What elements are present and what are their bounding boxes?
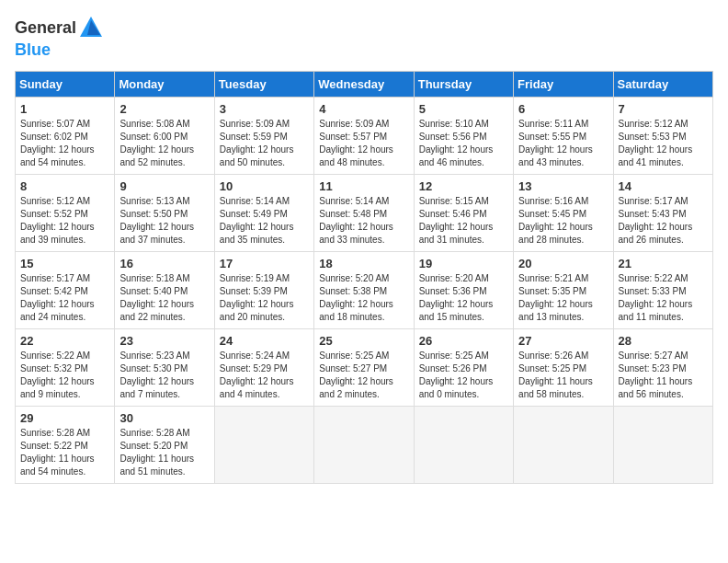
day-number: 29 (20, 411, 109, 425)
day-info: Sunrise: 5:12 AMSunset: 5:53 PMDaylight:… (619, 118, 708, 169)
weekday-header-monday: Monday (115, 72, 214, 98)
day-info: Sunrise: 5:07 AMSunset: 6:02 PMDaylight:… (20, 118, 109, 169)
day-number: 21 (619, 257, 708, 270)
day-number: 17 (220, 257, 309, 270)
day-number: 11 (319, 179, 408, 193)
day-info: Sunrise: 5:11 AMSunset: 5:55 PMDaylight:… (518, 118, 608, 169)
day-number: 24 (220, 334, 309, 348)
calendar-cell: 18Sunrise: 5:20 AMSunset: 5:38 PMDayligh… (314, 252, 414, 329)
calendar-cell: 17Sunrise: 5:19 AMSunset: 5:39 PMDayligh… (214, 252, 313, 329)
calendar-cell (214, 407, 313, 484)
day-info: Sunrise: 5:22 AMSunset: 5:32 PMDaylight:… (20, 350, 109, 401)
weekday-header-tuesday: Tuesday (214, 72, 313, 98)
day-number: 16 (119, 257, 209, 270)
weekday-header-wednesday: Wednesday (314, 72, 414, 98)
calendar-cell: 15Sunrise: 5:17 AMSunset: 5:42 PMDayligh… (16, 252, 115, 329)
day-info: Sunrise: 5:08 AMSunset: 6:00 PMDaylight:… (119, 118, 209, 169)
calendar-cell (314, 407, 414, 484)
calendar-cell: 30Sunrise: 5:28 AMSunset: 5:20 PMDayligh… (115, 407, 214, 484)
calendar-cell: 14Sunrise: 5:17 AMSunset: 5:43 PMDayligh… (613, 175, 712, 252)
day-number: 8 (20, 179, 109, 193)
day-info: Sunrise: 5:15 AMSunset: 5:46 PMDaylight:… (419, 195, 508, 247)
calendar-week-row: 15Sunrise: 5:17 AMSunset: 5:42 PMDayligh… (16, 252, 713, 329)
day-number: 5 (419, 102, 508, 116)
calendar-cell: 1Sunrise: 5:07 AMSunset: 6:02 PMDaylight… (16, 98, 115, 175)
calendar-cell (613, 407, 712, 484)
logo: General Blue (15, 15, 104, 60)
day-number: 4 (319, 102, 408, 116)
day-number: 25 (319, 334, 408, 348)
day-info: Sunrise: 5:13 AMSunset: 5:50 PMDaylight:… (119, 195, 209, 247)
day-number: 15 (20, 257, 109, 270)
page-header: General Blue (15, 15, 713, 60)
calendar-cell: 4Sunrise: 5:09 AMSunset: 5:57 PMDaylight… (314, 98, 414, 175)
day-number: 18 (319, 257, 408, 270)
day-number: 22 (20, 334, 109, 348)
day-number: 14 (619, 179, 708, 193)
day-number: 7 (619, 102, 708, 116)
day-info: Sunrise: 5:16 AMSunset: 5:45 PMDaylight:… (518, 195, 608, 247)
calendar-week-row: 8Sunrise: 5:12 AMSunset: 5:52 PMDaylight… (16, 175, 713, 252)
day-number: 3 (220, 102, 309, 116)
day-number: 1 (20, 102, 109, 116)
weekday-header-saturday: Saturday (613, 72, 712, 98)
calendar-cell: 27Sunrise: 5:26 AMSunset: 5:25 PMDayligh… (514, 329, 613, 407)
day-info: Sunrise: 5:17 AMSunset: 5:43 PMDaylight:… (619, 195, 708, 247)
day-number: 10 (220, 179, 309, 193)
calendar-cell: 9Sunrise: 5:13 AMSunset: 5:50 PMDaylight… (115, 175, 214, 252)
calendar-cell: 23Sunrise: 5:23 AMSunset: 5:30 PMDayligh… (115, 329, 214, 407)
calendar-cell: 24Sunrise: 5:24 AMSunset: 5:29 PMDayligh… (214, 329, 313, 407)
day-number: 6 (518, 102, 608, 116)
calendar-cell: 13Sunrise: 5:16 AMSunset: 5:45 PMDayligh… (514, 175, 613, 252)
day-info: Sunrise: 5:27 AMSunset: 5:23 PMDaylight:… (619, 350, 708, 401)
day-info: Sunrise: 5:24 AMSunset: 5:29 PMDaylight:… (220, 350, 309, 401)
calendar-cell: 22Sunrise: 5:22 AMSunset: 5:32 PMDayligh… (16, 329, 115, 407)
calendar-table: SundayMondayTuesdayWednesdayThursdayFrid… (15, 71, 713, 484)
calendar-cell: 5Sunrise: 5:10 AMSunset: 5:56 PMDaylight… (414, 98, 513, 175)
day-info: Sunrise: 5:18 AMSunset: 5:40 PMDaylight:… (119, 272, 209, 324)
day-info: Sunrise: 5:14 AMSunset: 5:48 PMDaylight:… (319, 195, 408, 247)
calendar-cell: 16Sunrise: 5:18 AMSunset: 5:40 PMDayligh… (115, 252, 214, 329)
day-info: Sunrise: 5:20 AMSunset: 5:36 PMDaylight:… (419, 272, 508, 324)
logo-icon (78, 15, 104, 40)
day-info: Sunrise: 5:26 AMSunset: 5:25 PMDaylight:… (518, 350, 608, 401)
calendar-week-row: 22Sunrise: 5:22 AMSunset: 5:32 PMDayligh… (16, 329, 713, 407)
day-number: 2 (119, 102, 209, 116)
day-number: 12 (419, 179, 508, 193)
calendar-cell: 6Sunrise: 5:11 AMSunset: 5:55 PMDaylight… (514, 98, 613, 175)
calendar-cell: 2Sunrise: 5:08 AMSunset: 6:00 PMDaylight… (115, 98, 214, 175)
day-info: Sunrise: 5:23 AMSunset: 5:30 PMDaylight:… (119, 350, 209, 401)
day-number: 9 (119, 179, 209, 193)
day-info: Sunrise: 5:14 AMSunset: 5:49 PMDaylight:… (220, 195, 309, 247)
calendar-cell: 10Sunrise: 5:14 AMSunset: 5:49 PMDayligh… (214, 175, 313, 252)
calendar-cell: 28Sunrise: 5:27 AMSunset: 5:23 PMDayligh… (613, 329, 712, 407)
weekday-header-thursday: Thursday (414, 72, 513, 98)
calendar-cell: 3Sunrise: 5:09 AMSunset: 5:59 PMDaylight… (214, 98, 313, 175)
day-number: 20 (518, 257, 608, 270)
day-number: 19 (419, 257, 508, 270)
weekday-header-friday: Friday (514, 72, 613, 98)
day-info: Sunrise: 5:17 AMSunset: 5:42 PMDaylight:… (20, 272, 109, 324)
calendar-cell: 20Sunrise: 5:21 AMSunset: 5:35 PMDayligh… (514, 252, 613, 329)
calendar-cell (414, 407, 513, 484)
logo-general: General (15, 18, 76, 38)
calendar-week-row: 1Sunrise: 5:07 AMSunset: 6:02 PMDaylight… (16, 98, 713, 175)
day-info: Sunrise: 5:10 AMSunset: 5:56 PMDaylight:… (419, 118, 508, 169)
weekday-header-sunday: Sunday (16, 72, 115, 98)
day-number: 28 (619, 334, 708, 348)
logo-blue: Blue (15, 40, 104, 60)
day-info: Sunrise: 5:22 AMSunset: 5:33 PMDaylight:… (619, 272, 708, 324)
calendar-cell: 11Sunrise: 5:14 AMSunset: 5:48 PMDayligh… (314, 175, 414, 252)
day-number: 13 (518, 179, 608, 193)
calendar-cell: 19Sunrise: 5:20 AMSunset: 5:36 PMDayligh… (414, 252, 513, 329)
day-number: 27 (518, 334, 608, 348)
calendar-cell: 7Sunrise: 5:12 AMSunset: 5:53 PMDaylight… (613, 98, 712, 175)
day-info: Sunrise: 5:25 AMSunset: 5:27 PMDaylight:… (319, 350, 408, 401)
weekday-header-row: SundayMondayTuesdayWednesdayThursdayFrid… (16, 72, 713, 98)
day-info: Sunrise: 5:09 AMSunset: 5:57 PMDaylight:… (319, 118, 408, 169)
calendar-cell: 12Sunrise: 5:15 AMSunset: 5:46 PMDayligh… (414, 175, 513, 252)
day-number: 26 (419, 334, 508, 348)
day-info: Sunrise: 5:28 AMSunset: 5:22 PMDaylight:… (20, 427, 109, 478)
calendar-cell: 26Sunrise: 5:25 AMSunset: 5:26 PMDayligh… (414, 329, 513, 407)
day-number: 23 (119, 334, 209, 348)
